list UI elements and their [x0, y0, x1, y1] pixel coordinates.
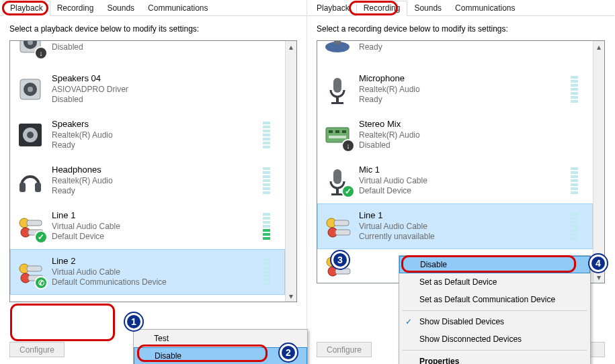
- board-icon: [321, 119, 354, 151]
- tabs: Playback Recording Sounds Communications: [307, 0, 614, 16]
- level-meter: [263, 122, 270, 148]
- speaker-icon: [14, 73, 46, 105]
- scrollbar[interactable]: ▴ ▾: [285, 41, 296, 302]
- tab-playback[interactable]: Playback: [3, 1, 50, 16]
- device-name: Line 1: [52, 210, 120, 222]
- instruction-text: Select a playback device below to modify…: [0, 16, 306, 38]
- device-row[interactable]: ASIOVADPRO Driver Disabled: [10, 41, 285, 66]
- context-menu[interactable]: Disable Set as Default Device Set as Def…: [399, 255, 591, 364]
- speaker-icon: [14, 41, 46, 58]
- jack-icon: [14, 256, 46, 288]
- menu-disable[interactable]: Disable: [399, 256, 590, 273]
- scroll-down-icon[interactable]: ▾: [286, 290, 296, 302]
- mic-icon: [321, 73, 354, 105]
- default-badge-icon: [34, 230, 48, 244]
- device-name: Stereo Mix: [359, 119, 420, 130]
- level-meter: [263, 213, 270, 240]
- default-badge-icon: [341, 185, 355, 198]
- device-driver: Virtual Audio Cable: [359, 222, 435, 232]
- device-status: Default Device: [359, 186, 427, 197]
- device-driver: Virtual Audio Cable: [52, 267, 167, 278]
- level-meter: [571, 167, 578, 194]
- tab-sounds[interactable]: Sounds: [100, 1, 141, 15]
- device-driver: Realtek(R) Audio: [52, 130, 113, 141]
- device-driver: Virtual Audio Cable: [52, 222, 120, 232]
- device-row[interactable]: Mic 1 Virtual Audio Cable Default Device: [317, 158, 593, 203]
- device-row[interactable]: Intel® Smart Sound Technology (Intel® SS…: [317, 41, 593, 66]
- mic-icon: [321, 165, 354, 197]
- tabs: Playback Recording Sounds Communications: [0, 0, 306, 16]
- menu-test[interactable]: Test: [134, 330, 307, 347]
- annotation-circle-1: 1: [125, 313, 142, 330]
- device-name: Speakers: [52, 119, 113, 130]
- device-row-selected[interactable]: Line 2 Virtual Audio Cable Default Commu…: [10, 249, 285, 295]
- scrollbar[interactable]: ▴ ▾: [593, 41, 604, 283]
- device-status: Ready: [359, 95, 420, 105]
- device-list[interactable]: Intel® Smart Sound Technology (Intel® SS…: [317, 40, 605, 283]
- device-status: Ready: [359, 42, 519, 53]
- device-row[interactable]: Microphone Realtek(R) Audio Ready: [317, 66, 593, 112]
- menu-separator: [402, 310, 587, 311]
- device-row[interactable]: Stereo Mix Realtek(R) Audio Disabled: [317, 112, 593, 158]
- configure-button[interactable]: Configure: [317, 342, 372, 357]
- download-badge-icon: [341, 139, 355, 152]
- speakerbox-icon: [14, 119, 46, 151]
- device-driver: Realtek(R) Audio: [359, 85, 420, 95]
- device-status: Disabled: [52, 95, 128, 105]
- device-row[interactable]: Speakers 04 ASIOVADPRO Driver Disabled: [10, 66, 285, 112]
- tab-sounds[interactable]: Sounds: [407, 1, 448, 15]
- tab-playback[interactable]: Playback: [310, 1, 356, 15]
- tab-recording[interactable]: Recording: [356, 1, 408, 16]
- menu-set-default[interactable]: Set as Default Device: [399, 273, 590, 291]
- device-status: Disabled: [359, 140, 420, 151]
- instruction-text: Select a recording device below to modif…: [307, 16, 614, 38]
- comm-badge-icon: [34, 276, 48, 289]
- headphones-icon: [14, 165, 46, 197]
- configure-button[interactable]: Configure: [9, 342, 65, 357]
- device-name: Mic 1: [359, 165, 427, 176]
- menu-separator: [402, 350, 587, 351]
- device-list[interactable]: ASIOVADPRO Driver Disabled Speakers 04 A…: [9, 40, 297, 302]
- level-meter: [571, 76, 578, 103]
- annotation-circle-2: 2: [280, 344, 297, 361]
- device-row[interactable]: Line 1 Virtual Audio Cable Default Devic…: [10, 203, 285, 249]
- level-meter: [263, 259, 270, 285]
- jack-icon: [14, 210, 46, 242]
- device-name: Microphone: [359, 73, 420, 85]
- menu-label: Show Disabled Devices: [419, 317, 504, 326]
- annotation-circle-4: 4: [589, 255, 607, 272]
- device-driver: Virtual Audio Cable: [359, 176, 427, 187]
- playback-panel: Playback Recording Sounds Communications…: [0, 0, 307, 364]
- device-status: Currently unavailable: [359, 232, 435, 242]
- menu-show-disconnected[interactable]: Show Disconnected Devices: [399, 330, 590, 348]
- device-status: Ready: [52, 140, 113, 151]
- record-device-icon: [321, 41, 354, 58]
- scroll-down-icon[interactable]: ▾: [593, 271, 604, 283]
- device-row-selected[interactable]: Line 1 Virtual Audio Cable Currently una…: [317, 203, 593, 249]
- device-driver: Realtek(R) Audio: [52, 176, 113, 187]
- menu-properties[interactable]: Properties: [399, 353, 590, 364]
- menu-set-default-comm[interactable]: Set as Default Communication Device: [399, 291, 590, 308]
- device-row[interactable]: Headphones Realtek(R) Audio Ready: [10, 158, 285, 203]
- annotation-circle-3: 3: [331, 251, 349, 269]
- tab-communications[interactable]: Communications: [448, 1, 522, 15]
- device-status: Ready: [52, 186, 113, 197]
- level-meter: [263, 167, 270, 194]
- device-status: Default Device: [52, 232, 120, 242]
- jack-icon: [321, 210, 354, 242]
- tab-recording[interactable]: Recording: [50, 1, 101, 15]
- device-driver: Realtek(R) Audio: [359, 130, 420, 141]
- scroll-up-icon[interactable]: ▴: [593, 41, 604, 52]
- device-row[interactable]: Speakers Realtek(R) Audio Ready: [10, 112, 285, 158]
- device-driver: ASIOVADPRO Driver: [52, 85, 128, 95]
- tab-communications[interactable]: Communications: [141, 1, 214, 15]
- device-name: Speakers 04: [52, 73, 128, 85]
- device-status: Disabled: [52, 42, 128, 53]
- device-name: Line 2: [52, 256, 167, 267]
- download-badge-icon: [34, 46, 48, 60]
- level-meter: [571, 213, 578, 240]
- scroll-up-icon[interactable]: ▴: [286, 41, 296, 52]
- device-status: Default Communications Device: [52, 277, 167, 288]
- recording-panel: Playback Recording Sounds Communications…: [307, 0, 614, 364]
- menu-show-disabled[interactable]: ✓Show Disabled Devices: [399, 313, 590, 330]
